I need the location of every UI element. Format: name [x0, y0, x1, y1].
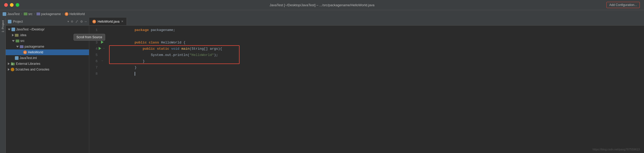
tree-item-helloworld[interactable]: C HelloWorld	[6, 49, 89, 55]
line-num-5: 5	[89, 52, 98, 58]
maximize-button[interactable]	[16, 3, 19, 7]
close-button[interactable]	[4, 3, 8, 7]
breadcrumb-project-label: JavaTest	[7, 12, 20, 16]
project-panel: Project ▾ ⊙ ⤤ ⚙ — Scroll from Source Jav…	[6, 18, 89, 153]
expand-arrow	[8, 29, 10, 30]
project-icon	[3, 12, 6, 16]
side-tab[interactable]: 1: Project	[0, 18, 6, 153]
close-panel-icon[interactable]: —	[85, 20, 87, 24]
line-numbers: 1 2 3 4 5 6 7 8	[89, 27, 100, 152]
breadcrumb-sep-2: ›	[34, 12, 35, 16]
tree-item-packagename[interactable]: packagename	[6, 44, 89, 49]
settings-icon[interactable]: ⚙	[80, 19, 82, 24]
java-file-icon: C	[65, 12, 68, 16]
plain: packagename;	[149, 28, 175, 32]
code-line-2	[109, 33, 644, 40]
project-panel-header: Project ▾ ⊙ ⤤ ⚙ —	[6, 18, 89, 26]
src-folder-icon	[16, 40, 19, 42]
expand-arrow	[8, 68, 10, 71]
breadcrumb-helloworld[interactable]: C HelloWorld	[65, 12, 85, 16]
line-num-1: 1	[89, 27, 98, 33]
breadcrumb-file-label: HelloWorld	[69, 12, 85, 16]
run-arrow-3[interactable]	[101, 41, 104, 44]
expand-arrow	[16, 46, 19, 48]
expand-arrow	[12, 34, 14, 36]
main-layout: 1: Project Project ▾ ⊙ ⤤ ⚙ — Scroll from…	[0, 18, 644, 153]
breadcrumb-pkg-label: packagename	[41, 12, 61, 16]
tree-label: src	[20, 39, 25, 43]
line-num-7: 7	[89, 65, 98, 71]
scroll-from-source-icon[interactable]: ⊙	[71, 19, 73, 24]
svg-text:|||: |||	[11, 63, 13, 65]
project-root-icon	[11, 28, 15, 31]
watermark: https://blog.csdn.net/pang787559613	[593, 148, 640, 151]
code-line-1: package packagename;	[109, 27, 644, 33]
ext-lib-icon: |||	[11, 62, 15, 66]
run-gutter-7	[100, 64, 105, 70]
minimize-button[interactable]	[10, 3, 14, 7]
tree-label: .idea	[20, 33, 26, 37]
breadcrumb-src[interactable]: src	[24, 12, 33, 16]
breadcrumb-packagename[interactable]: packagename	[37, 12, 61, 16]
plain: .println(	[171, 53, 189, 57]
code-line-6: }	[109, 58, 644, 65]
project-header-icon	[8, 20, 11, 23]
src-folder-icon	[24, 12, 27, 15]
window-controls	[4, 3, 19, 7]
java-file-icon: C	[23, 50, 27, 54]
tree-item-ext-lib[interactable]: ||| External Libraries	[6, 61, 89, 67]
tree-label: Scratches and Consoles	[15, 68, 49, 71]
code-line-7: }	[109, 65, 644, 71]
tree-label: External Libraries	[16, 62, 40, 66]
project-header-actions: ⊙ ⤤ ⚙ —	[71, 19, 87, 24]
breadcrumb-project[interactable]: JavaTest	[3, 12, 20, 16]
pkg-folder-icon	[37, 12, 40, 15]
window-title: JavaTest [~/Desktop/JavaTest] – .../src/…	[270, 3, 374, 7]
add-configuration-button[interactable]: Add Configuration...	[606, 2, 640, 8]
tree-item-javatest[interactable]: JavaTest ~/Desktop/	[6, 27, 89, 32]
run-arrow-4[interactable]	[99, 47, 101, 50]
tree-label: JavaTest.iml	[20, 56, 37, 60]
kw-package: package	[135, 28, 149, 32]
breadcrumb-src-label: src	[28, 12, 33, 16]
tree-label: JavaTest ~/Desktop/	[16, 28, 44, 31]
iml-icon	[15, 56, 19, 60]
project-panel-title: Project	[13, 20, 65, 23]
code-editor[interactable]: 1 2 3 4 5 6 7 8	[89, 26, 644, 153]
collapse-all-icon[interactable]: ⤤	[75, 19, 78, 24]
project-dropdown-arrow[interactable]: ▾	[67, 19, 69, 24]
cursor: ​	[135, 72, 135, 76]
expand-arrow	[12, 40, 15, 42]
collapse-6[interactable]: −	[100, 58, 104, 64]
tree-item-scratches[interactable]: Scratches and Consoles	[6, 67, 89, 72]
tree-item-iml[interactable]: JavaTest.iml	[6, 55, 89, 61]
run-gutter-col: − −	[100, 27, 109, 152]
run-gutter-6[interactable]: −	[100, 58, 105, 64]
tree-label: HelloWorld	[28, 50, 43, 54]
expand-arrow	[8, 62, 10, 65]
out-plain: out	[165, 53, 171, 57]
run-gutter-4[interactable]: −	[100, 45, 105, 52]
project-tab-label[interactable]: 1: Project	[1, 20, 4, 32]
plain: );	[214, 53, 218, 57]
folder-icon	[15, 34, 19, 37]
scratches-icon	[11, 68, 14, 71]
collapse-4[interactable]: −	[102, 45, 106, 52]
title-bar: JavaTest [~/Desktop/JavaTest] – .../src/…	[0, 0, 644, 10]
line-num-8: 8	[89, 71, 98, 77]
breadcrumb-sep-1: ›	[21, 12, 22, 16]
run-gutter-1	[100, 27, 105, 33]
run-gutter-8	[100, 70, 105, 76]
scroll-from-source-tooltip: Scroll from Source	[74, 34, 105, 41]
pkg-folder-icon	[20, 45, 23, 48]
code-content[interactable]: package packagename; public class HelloW…	[109, 27, 644, 152]
project-tree: JavaTest ~/Desktop/ .idea src packagenam…	[6, 26, 89, 153]
breadcrumb: JavaTest › src › packagename › C HelloWo…	[0, 10, 644, 18]
tree-label: packagename	[25, 45, 44, 48]
editor-area: C HelloWorld.java ✕ 1 2 3 4 5 6 7 8	[89, 18, 644, 153]
str-helloworld: "HelloWorld"	[189, 53, 214, 57]
run-gutter-5	[100, 52, 105, 58]
line-8-content: ​	[109, 65, 135, 83]
line-num-6: 6	[89, 58, 98, 65]
code-line-8[interactable]: ​	[109, 71, 644, 77]
